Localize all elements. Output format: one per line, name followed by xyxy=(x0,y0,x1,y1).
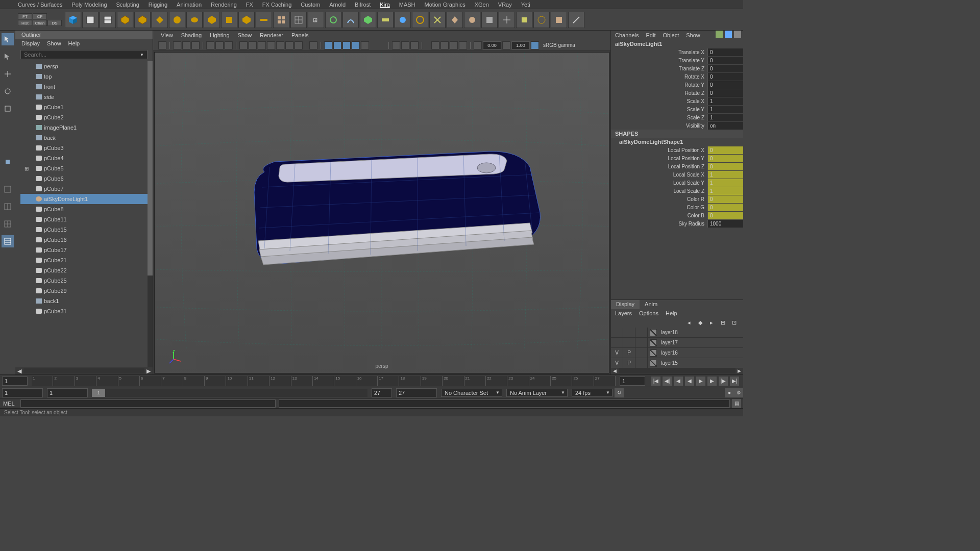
outliner-scroll-left[interactable]: ◀ xyxy=(15,368,23,374)
shelf-tab-arnold[interactable]: Arnold xyxy=(329,2,346,8)
cb-attr-value[interactable]: 0 xyxy=(707,65,743,72)
outliner-menu-show[interactable]: Show xyxy=(47,40,61,46)
vp-btn-12[interactable] xyxy=(276,41,284,49)
shelf-icon-7[interactable] xyxy=(169,12,185,28)
shelf-tab-curves-surfaces[interactable]: Curves / Surfaces xyxy=(18,2,62,8)
vp-btn-6[interactable] xyxy=(215,41,224,49)
rs-inner-end[interactable]: 27 xyxy=(372,388,392,397)
shelf-icon-18[interactable] xyxy=(360,12,376,28)
outliner-menu-display[interactable]: Display xyxy=(21,40,40,46)
outliner-item-pCube11[interactable]: pCube11 xyxy=(20,214,148,224)
layer-type-toggle[interactable] xyxy=(635,348,648,358)
vp-btn-13[interactable] xyxy=(285,41,293,49)
layer-color-swatch[interactable] xyxy=(650,349,657,357)
cb-attr-translate-z[interactable]: Translate Z0 xyxy=(611,64,743,72)
shelf-tab-motion-graphics[interactable]: Motion Graphics xyxy=(425,2,465,8)
shelf-icon-22[interactable] xyxy=(429,12,446,28)
cb-attr-local-scale-y[interactable]: Local Scale Y1 xyxy=(611,179,743,187)
vp-btn-19[interactable] xyxy=(352,41,360,49)
cb-attr-value[interactable]: 0 xyxy=(707,195,743,203)
cmd-input[interactable] xyxy=(20,399,276,408)
outliner-search[interactable]: Search... xyxy=(20,50,148,59)
ts-step-back[interactable]: ◀ xyxy=(674,377,683,386)
vp-btn-28[interactable] xyxy=(474,41,482,49)
ts-go-start[interactable]: |◀ xyxy=(651,377,660,386)
shelf-icon-24[interactable] xyxy=(464,12,480,28)
shelf-icon-11[interactable] xyxy=(238,12,255,28)
shelf-tab-bifrost[interactable]: Bifrost xyxy=(355,2,371,8)
ts-current-frame[interactable]: 1 xyxy=(2,377,28,386)
vp-btn-16[interactable] xyxy=(324,41,332,49)
shelf-tab-poly-modeling[interactable]: Poly Modeling xyxy=(71,2,107,8)
layer-tab-display[interactable]: Display xyxy=(611,300,640,309)
rs-start[interactable]: 1 xyxy=(2,388,43,397)
shelf-icon-14[interactable] xyxy=(290,12,307,28)
shelf-icon-29[interactable] xyxy=(551,12,567,28)
layer-btn-1[interactable]: ◂ xyxy=(685,318,693,327)
layer-p-toggle[interactable] xyxy=(623,338,635,347)
rs-autokey[interactable]: ● xyxy=(725,388,734,397)
shelf-icon-13[interactable] xyxy=(273,12,289,28)
cb-attr-scale-z[interactable]: Scale Z1 xyxy=(611,113,743,121)
vp-btn-26[interactable] xyxy=(450,41,458,49)
shelf-icon-28[interactable] xyxy=(533,12,550,28)
layer-type-toggle[interactable] xyxy=(635,338,648,347)
vp-btn-25[interactable] xyxy=(440,41,449,49)
rs-prefs[interactable]: ⚙ xyxy=(734,388,743,397)
cb-attr-value[interactable]: 0 xyxy=(707,146,743,154)
move-tool[interactable] xyxy=(2,68,14,80)
cb-attr-value[interactable]: 1 xyxy=(707,179,743,187)
outliner-item-pCube25[interactable]: pCube25 xyxy=(20,276,148,286)
cb-attr-value[interactable]: 1000 xyxy=(707,220,743,228)
shelf-tab-kira[interactable]: Kira xyxy=(380,2,390,8)
shelf-icon-16[interactable] xyxy=(325,12,341,28)
layer-row-layer17[interactable]: layer17 xyxy=(611,338,743,348)
shelf-tab-xgen[interactable]: XGen xyxy=(475,2,489,8)
cb-tab-show[interactable]: Show xyxy=(686,32,700,38)
layer-row-layer18[interactable]: layer18 xyxy=(611,328,743,338)
outliner-item-pCube16[interactable]: pCube16 xyxy=(20,235,148,245)
cb-attr-value[interactable]: 0 xyxy=(707,57,743,64)
cb-shape-node[interactable]: aiSkyDomeLightShape1 xyxy=(611,138,743,146)
outliner-item-pCube29[interactable]: pCube29 xyxy=(20,286,148,296)
outliner-item-pCube15[interactable]: pCube15 xyxy=(20,224,148,235)
cb-attr-translate-x[interactable]: Translate X0 xyxy=(611,48,743,56)
select-tool[interactable] xyxy=(2,33,14,45)
layer-p-toggle[interactable]: P xyxy=(623,348,635,358)
layer-v-toggle[interactable]: V xyxy=(611,348,623,358)
cb-attr-value[interactable]: on xyxy=(707,122,743,130)
rs-loop[interactable]: ↻ xyxy=(615,388,624,397)
outliner-item-back[interactable]: back xyxy=(20,133,148,143)
shelf-tab-mash[interactable]: MASH xyxy=(399,2,415,8)
vp-btn-14[interactable] xyxy=(295,41,303,49)
cb-icon-2[interactable] xyxy=(725,31,732,38)
outliner-item-pCube4[interactable]: pCube4 xyxy=(20,153,148,163)
vp-btn-8[interactable] xyxy=(239,41,248,49)
vp-btn-21[interactable] xyxy=(392,41,400,49)
shelf-tab-yeti[interactable]: Yeti xyxy=(521,2,530,8)
cb-attr-local-position-x[interactable]: Local Position X0 xyxy=(611,146,743,154)
outliner-item-pCube7[interactable]: pCube7 xyxy=(20,184,148,194)
vp-btn-5[interactable] xyxy=(206,41,214,49)
cb-transform-node[interactable]: aiSkyDomeLight1 xyxy=(611,40,743,48)
shelf-icon-8[interactable] xyxy=(186,12,203,28)
shelf-icon-1[interactable] xyxy=(65,12,81,28)
layer-btn-5[interactable]: ⊡ xyxy=(730,318,738,327)
outliner-item-front[interactable]: front xyxy=(20,82,148,92)
outliner-item-aiSkyDomeLight1[interactable]: aiSkyDomeLight1 xyxy=(20,194,148,204)
layer-row-layer15[interactable]: VPlayer15 xyxy=(611,358,743,368)
layout-4[interactable] xyxy=(2,235,14,247)
outliner-item-pCube31[interactable]: pCube31 xyxy=(20,306,148,316)
cb-tab-object[interactable]: Object xyxy=(663,32,679,38)
layer-menu-options[interactable]: Options xyxy=(639,310,658,316)
vp-gamma[interactable]: 1.00 xyxy=(511,41,530,49)
layer-color-swatch[interactable] xyxy=(650,329,657,336)
rs-track[interactable]: 1 xyxy=(92,389,368,397)
shelf-icon-30[interactable] xyxy=(568,12,584,28)
layer-v-toggle[interactable] xyxy=(611,328,623,337)
layer-menu-layers[interactable]: Layers xyxy=(615,310,632,316)
layer-color-swatch[interactable] xyxy=(650,360,657,367)
rs-end[interactable]: 27 xyxy=(396,388,437,397)
vp-menu-view[interactable]: View xyxy=(161,32,173,38)
shelf-tab-rigging[interactable]: Rigging xyxy=(149,2,167,8)
